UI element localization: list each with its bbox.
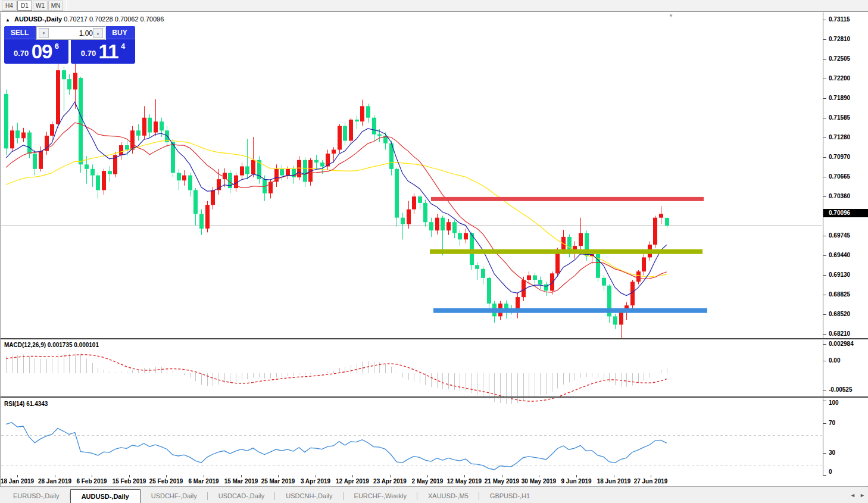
price-tick-mark — [823, 314, 826, 315]
date-tick-label: 3 Apr 2019 — [301, 478, 330, 485]
candlestick-chart[interactable] — [1, 25, 822, 351]
date-tick-mark — [278, 475, 279, 477]
macd-splitter[interactable] — [1, 338, 868, 340]
tab-xauusd-m5[interactable]: XAUUSD-,M5 — [417, 490, 479, 503]
mt4-terminal: H4D1W1MN ▲ AUDUSD-,Daily 0.70217 0.70228… — [0, 0, 868, 503]
date-tick-mark — [502, 475, 502, 477]
tab-audusd-daily[interactable]: AUDUSD-,Daily — [70, 489, 140, 503]
date-tick-label: 2 May 2019 — [412, 478, 444, 485]
price-tick-label: 0.69745 — [829, 232, 850, 239]
price-tick-label: 0.73115 — [829, 16, 850, 23]
buy-price-prefix: 0.70 — [81, 49, 96, 58]
tab-usdcad-daily[interactable]: USDCAD-,Daily — [208, 490, 276, 503]
volume-input[interactable] — [50, 27, 93, 39]
chart-symbol-label: AUDUSD-,Daily — [14, 15, 62, 23]
price-tick-label: 0.68825 — [829, 291, 850, 298]
price-tick-label: 0.72505 — [829, 55, 850, 62]
timeframe-button-h4[interactable]: H4 — [2, 1, 17, 11]
price-tick-label: 0.70665 — [829, 173, 850, 180]
date-tick-mark — [539, 475, 539, 477]
sell-price-pip: 6 — [55, 42, 59, 51]
date-tick-mark — [651, 475, 651, 477]
rsi-tick-label: 0 — [829, 468, 832, 475]
rsi-tick-mark — [823, 401, 826, 401]
timeframe-button-mn[interactable]: MN — [48, 1, 63, 11]
tab-eurchf-weekly[interactable]: EURCHF-,Weekly — [344, 490, 417, 503]
macd-tick-mark — [823, 390, 826, 390]
sell-price-big: 09 — [32, 40, 52, 63]
macd-tick-label: 0.002984 — [829, 340, 854, 347]
timeframe-toolbar: H4D1W1MN — [0, 0, 868, 12]
date-tick-label: 25 Mar 2019 — [261, 478, 295, 485]
price-tick-label: 0.68210 — [829, 330, 850, 337]
volume-control: ▼ ▲ — [36, 26, 106, 40]
date-tick-label: 23 Apr 2019 — [373, 478, 407, 485]
price-tick-mark — [823, 138, 826, 138]
current-price-tag: 0.70096 — [823, 209, 868, 217]
price-tick-mark — [823, 98, 826, 99]
date-tick-label: 18 Jan 2019 — [1, 478, 34, 485]
rsi-tick-label: 70 — [829, 420, 835, 426]
date-tick-mark — [390, 475, 391, 477]
rsi-tick-mark — [823, 453, 826, 454]
chart-tab-bar: EURUSD-,DailyAUDUSD-,DailyUSDCHF-,DailyU… — [0, 486, 868, 503]
rsi-tick-mark — [823, 475, 826, 476]
price-tick-mark — [823, 236, 826, 236]
date-tick-mark — [129, 475, 130, 477]
tab-usdchf-daily[interactable]: USDCHF-,Daily — [140, 490, 208, 503]
price-tick-label: 0.69130 — [829, 271, 850, 278]
price-tick-mark — [823, 255, 826, 256]
date-tick-label: 30 May 2019 — [522, 478, 556, 485]
volume-increase-icon[interactable]: ▲ — [93, 28, 103, 38]
date-tick-label: 12 Apr 2019 — [336, 478, 369, 485]
price-tick-mark — [823, 79, 826, 79]
sell-button[interactable]: SELL — [4, 26, 35, 39]
timeframe-button-w1[interactable]: W1 — [33, 1, 48, 11]
tab-gbpusd-h1[interactable]: GBPUSD-,H1 — [479, 490, 541, 503]
date-tick-mark — [464, 475, 465, 477]
date-tick-mark — [352, 475, 353, 477]
price-tick-mark — [823, 20, 826, 20]
price-tick-label: 0.72200 — [829, 75, 850, 82]
price-tick-mark — [823, 177, 826, 177]
tab-scroll-right-icon[interactable]: ► — [860, 492, 865, 498]
date-tick-label: 18 Jun 2019 — [597, 478, 631, 485]
macd-tick-mark — [823, 344, 826, 345]
tab-eurusd-daily[interactable]: EURUSD-,Daily — [2, 490, 70, 503]
price-tick-mark — [823, 59, 826, 60]
buy-price[interactable]: 0.70 11 4 — [71, 40, 135, 63]
date-tick-mark — [17, 475, 18, 477]
price-tick-label: 0.70360 — [829, 193, 850, 199]
date-tick-label: 12 May 2019 — [447, 478, 482, 485]
buy-button[interactable]: BUY — [104, 26, 135, 39]
date-tick-label: 15 Mar 2019 — [224, 478, 258, 485]
volume-decrease-icon[interactable]: ▼ — [39, 28, 49, 38]
price-tick-label: 0.69440 — [829, 252, 850, 258]
date-tick-label: 6 Feb 2019 — [76, 478, 107, 485]
rsi-label: RSI(14) 61.4343 — [4, 401, 48, 407]
rsi-tick-mark — [823, 423, 826, 424]
date-tick-mark — [241, 475, 242, 477]
chart-shift-marker-icon[interactable]: ▼ — [669, 13, 673, 18]
sell-price[interactable]: 0.70 09 6 — [4, 40, 68, 63]
macd-indicator-chart[interactable] — [1, 352, 822, 409]
price-tick-label: 0.71280 — [829, 134, 850, 140]
time-axis: 18 Jan 201928 Jan 20196 Feb 201915 Feb 2… — [1, 475, 868, 486]
price-tick-label: 0.68520 — [829, 311, 850, 317]
date-tick-mark — [576, 475, 577, 477]
price-tick-label: 0.70970 — [829, 154, 850, 160]
price-tick-label: 0.71890 — [829, 95, 850, 101]
timeframe-button-d1[interactable]: D1 — [17, 1, 32, 11]
tab-usdcnh-daily[interactable]: USDCNH-,Daily — [275, 490, 343, 503]
chart-window: ▲ AUDUSD-,Daily 0.70217 0.70228 0.70062 … — [0, 13, 868, 486]
date-tick-label: 6 Mar 2019 — [188, 478, 218, 485]
chart-title: ▲ AUDUSD-,Daily 0.70217 0.70228 0.70062 … — [5, 15, 164, 23]
buy-price-pip: 4 — [121, 42, 125, 51]
rsi-splitter[interactable] — [1, 396, 868, 398]
macd-tick-mark — [823, 361, 826, 361]
tab-scroll-left-icon[interactable]: ◄ — [850, 492, 855, 498]
one-click-collapse-icon[interactable]: ▲ — [5, 17, 10, 23]
date-tick-mark — [55, 475, 55, 477]
sell-price-prefix: 0.70 — [14, 49, 29, 58]
date-tick-label: 28 Jan 2019 — [38, 478, 71, 485]
